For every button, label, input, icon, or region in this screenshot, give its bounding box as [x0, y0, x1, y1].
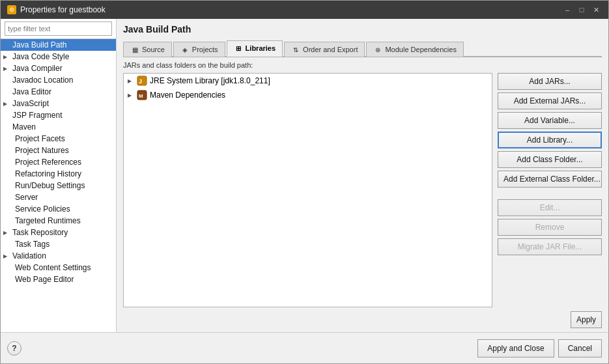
add-variable-button[interactable]: Add Variable...: [498, 112, 602, 129]
tab-order-and-export[interactable]: ⇅Order and Export: [284, 42, 365, 57]
sidebar-item-label: Web Content Settings: [15, 263, 91, 272]
sidebar-item-refactoring-history[interactable]: Refactoring History: [1, 168, 116, 180]
sidebar-item-task-tags[interactable]: Task Tags: [1, 238, 116, 250]
tab-libraries[interactable]: ⊞Libraries: [227, 40, 283, 57]
sidebar-item-service-policies[interactable]: Service Policies: [1, 203, 116, 215]
sidebar-item-label: Server: [15, 193, 38, 202]
sidebar-item-label: Javadoc Location: [12, 76, 73, 85]
sidebar-tree: Java Build Path▶Java Code Style▶Java Com…: [1, 39, 116, 332]
add-jars-button[interactable]: Add JARs...: [498, 73, 602, 90]
tab-projects[interactable]: ◈Projects: [173, 42, 225, 57]
sidebar-item-label: Java Build Path: [12, 40, 66, 49]
tab-label: Order and Export: [303, 46, 358, 53]
tab-label: Module Dependencies: [385, 46, 456, 53]
sidebar-item-project-references[interactable]: Project References: [1, 156, 116, 168]
apply-and-close-button[interactable]: Apply and Close: [477, 339, 554, 357]
title-bar: ⚙ Properties for guestbook – □ ✕: [1, 1, 608, 19]
dialog-icon: ⚙: [7, 5, 16, 14]
sidebar-item-label: Service Policies: [15, 204, 70, 214]
tab-label: Source: [142, 46, 165, 53]
tree-arrow-icon: ▶: [3, 54, 10, 60]
sidebar-item-javadoc-location[interactable]: Javadoc Location: [1, 74, 116, 86]
tree-arrow-icon: ▶: [3, 101, 10, 107]
tab-source[interactable]: ▦Source: [123, 42, 172, 57]
buttons-panel: Add JARs...Add External JARs...Add Varia…: [498, 73, 602, 307]
library-item[interactable]: ▶JJRE System Library [jdk1.8.0_211]: [124, 74, 492, 88]
sidebar-item-java-compiler[interactable]: ▶Java Compiler: [1, 63, 116, 74]
add-class-folder-button[interactable]: Add Class Folder...: [498, 151, 602, 168]
tab-bar: ▦Source◈Projects⊞Libraries⇅Order and Exp…: [123, 40, 602, 57]
sidebar-item-validation[interactable]: ▶Validation: [1, 250, 116, 262]
sidebar-item-server[interactable]: Server: [1, 191, 116, 203]
migrate-jar-button: Migrate JAR File...: [498, 238, 602, 255]
sidebar-item-label: Java Compiler: [12, 64, 63, 73]
edit-button: Edit...: [498, 199, 602, 216]
minimize-button[interactable]: –: [561, 5, 573, 15]
tree-arrow-icon: ▶: [3, 253, 10, 259]
sidebar-item-label: Java Code Style: [12, 52, 69, 61]
title-controls: – □ ✕: [561, 5, 602, 15]
sidebar-item-java-code-style[interactable]: ▶Java Code Style: [1, 51, 116, 63]
bottom-bar: ? Apply and Close Cancel: [1, 332, 608, 363]
close-button[interactable]: ✕: [590, 5, 602, 15]
sidebar-item-maven[interactable]: Maven: [1, 121, 116, 133]
sidebar-item-label: JavaScript: [12, 99, 49, 108]
library-tree: ▶JJRE System Library [jdk1.8.0_211]▶MMav…: [123, 73, 492, 307]
sidebar-item-label: Run/Debug Settings: [15, 181, 85, 190]
button-spacer: [498, 190, 602, 197]
sidebar-item-javascript[interactable]: ▶JavaScript: [1, 98, 116, 109]
library-item[interactable]: ▶MMaven Dependencies: [124, 88, 492, 102]
help-button[interactable]: ?: [7, 341, 21, 356]
sidebar-item-web-content-settings[interactable]: Web Content Settings: [1, 262, 116, 273]
content-area: JARs and class folders on the build path…: [123, 61, 602, 328]
filter-input[interactable]: [5, 21, 112, 36]
maximize-button[interactable]: □: [576, 5, 588, 15]
libraries-icon: ⊞: [234, 44, 243, 53]
sidebar-item-task-repository[interactable]: ▶Task Repository: [1, 227, 116, 238]
module-icon: ⊛: [373, 45, 382, 54]
title-bar-left: ⚙ Properties for guestbook: [7, 5, 106, 14]
jre-icon: J: [137, 76, 147, 86]
sidebar-item-label: Project Facets: [15, 134, 65, 143]
add-library-button[interactable]: Add Library...: [498, 132, 602, 148]
maven-icon: M: [137, 90, 147, 100]
sidebar-item-project-facets[interactable]: Project Facets: [1, 133, 116, 145]
sidebar-item-rundebug-settings[interactable]: Run/Debug Settings: [1, 180, 116, 191]
sidebar-item-label: Task Tags: [15, 240, 50, 249]
sidebar-item-label: Project References: [15, 158, 81, 167]
sidebar-item-targeted-runtimes[interactable]: Targeted Runtimes: [1, 215, 116, 227]
tree-arrow-icon: ▶: [3, 230, 10, 236]
tab-label: Libraries: [246, 44, 276, 52]
sidebar-item-java-editor[interactable]: Java Editor: [1, 86, 116, 98]
bottom-right: Apply and Close Cancel: [477, 339, 602, 357]
projects-icon: ◈: [180, 45, 190, 54]
add-external-jars-button[interactable]: Add External JARs...: [498, 92, 602, 109]
bottom-left: ?: [7, 341, 21, 356]
sidebar-item-label: Validation: [12, 251, 46, 260]
sidebar-item-web-page-editor[interactable]: Web Page Editor: [1, 273, 116, 285]
order-icon: ⇅: [291, 45, 300, 54]
dialog-title: Properties for guestbook: [20, 5, 106, 14]
sidebar-item-project-natures[interactable]: Project Natures: [1, 145, 116, 156]
tab-module-dependencies[interactable]: ⊛Module Dependencies: [366, 42, 463, 57]
content-description: JARs and class folders on the build path…: [123, 61, 602, 69]
remove-button: Remove: [498, 219, 602, 236]
tab-label: Projects: [192, 46, 218, 53]
sidebar-item-label: Project Natures: [15, 146, 69, 155]
sidebar-item-jsp-fragment[interactable]: JSP Fragment: [1, 109, 116, 121]
sidebar-item-label: Targeted Runtimes: [15, 216, 81, 225]
sidebar-item-label: Maven: [12, 122, 36, 132]
library-item-label: JRE System Library [jdk1.8.0_211]: [150, 76, 270, 85]
sidebar-item-java-build-path[interactable]: Java Build Path: [1, 39, 116, 51]
sidebar-item-label: Refactoring History: [15, 169, 81, 178]
sidebar-item-label: Web Page Editor: [15, 275, 74, 284]
apply-button[interactable]: Apply: [571, 311, 602, 328]
left-panel: Java Build Path▶Java Code Style▶Java Com…: [1, 19, 117, 332]
right-panel: Java Build Path ▦Source◈Projects⊞Librari…: [117, 19, 608, 332]
lib-arrow-icon: ▶: [128, 92, 134, 98]
sidebar-item-label: Java Editor: [12, 87, 51, 96]
add-external-class-folder-button[interactable]: Add External Class Folder...: [498, 171, 602, 188]
svg-text:J: J: [139, 78, 142, 85]
cancel-button[interactable]: Cancel: [558, 339, 602, 357]
source-icon: ▦: [130, 45, 139, 54]
